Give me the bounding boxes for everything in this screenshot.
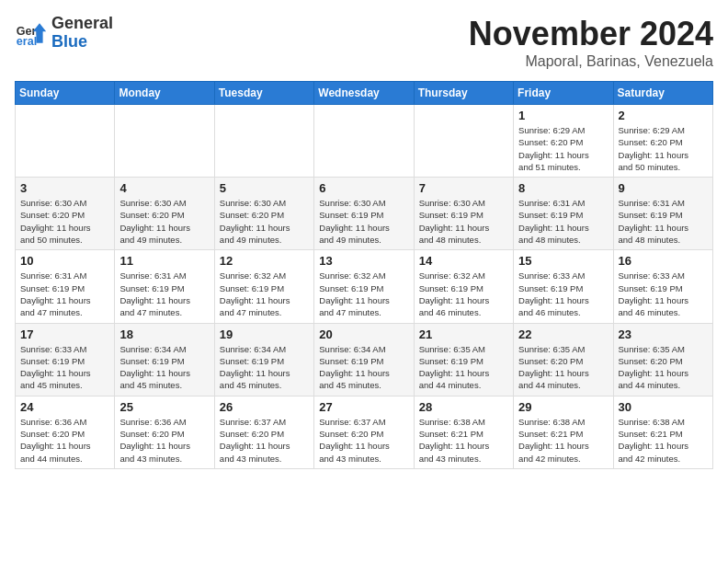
- calendar-week-row: 10Sunrise: 6:31 AM Sunset: 6:19 PM Dayli…: [16, 250, 713, 323]
- day-number: 15: [518, 254, 608, 268]
- day-info: Sunrise: 6:35 AM Sunset: 6:19 PM Dayligh…: [419, 343, 508, 392]
- day-info: Sunrise: 6:37 AM Sunset: 6:20 PM Dayligh…: [220, 416, 309, 465]
- day-info: Sunrise: 6:29 AM Sunset: 6:20 PM Dayligh…: [619, 124, 708, 173]
- day-number: 12: [220, 254, 309, 268]
- calendar-cell: 30Sunrise: 6:38 AM Sunset: 6:21 PM Dayli…: [613, 396, 712, 468]
- calendar-cell: 19Sunrise: 6:34 AM Sunset: 6:19 PM Dayli…: [214, 323, 313, 396]
- calendar-cell: 25Sunrise: 6:36 AM Sunset: 6:20 PM Dayli…: [115, 396, 214, 468]
- day-info: Sunrise: 6:30 AM Sunset: 6:20 PM Dayligh…: [220, 197, 309, 246]
- day-number: 19: [220, 327, 309, 341]
- calendar-week-row: 17Sunrise: 6:33 AM Sunset: 6:19 PM Dayli…: [16, 323, 713, 396]
- day-info: Sunrise: 6:29 AM Sunset: 6:20 PM Dayligh…: [518, 124, 608, 173]
- logo: Gen eral General Blue: [15, 15, 113, 52]
- day-number: 21: [419, 327, 508, 341]
- day-number: 10: [20, 254, 109, 268]
- calendar-cell: 13Sunrise: 6:32 AM Sunset: 6:19 PM Dayli…: [314, 250, 414, 323]
- svg-text:eral: eral: [17, 34, 37, 47]
- day-info: Sunrise: 6:30 AM Sunset: 6:20 PM Dayligh…: [119, 197, 209, 246]
- day-number: 30: [619, 400, 708, 414]
- calendar-cell: 12Sunrise: 6:32 AM Sunset: 6:19 PM Dayli…: [214, 250, 313, 323]
- weekday-header-row: SundayMondayTuesdayWednesdayThursdayFrid…: [16, 82, 713, 105]
- day-info: Sunrise: 6:30 AM Sunset: 6:19 PM Dayligh…: [319, 197, 408, 246]
- day-info: Sunrise: 6:33 AM Sunset: 6:19 PM Dayligh…: [619, 270, 708, 318]
- day-info: Sunrise: 6:31 AM Sunset: 6:19 PM Dayligh…: [518, 197, 608, 246]
- month-title: November 2024: [469, 15, 713, 53]
- logo-general: General: [51, 15, 113, 33]
- day-number: 5: [220, 181, 309, 195]
- day-number: 25: [119, 400, 209, 414]
- weekday-header: Friday: [514, 82, 613, 105]
- title-block: November 2024 Maporal, Barinas, Venezuel…: [469, 15, 713, 70]
- calendar-cell: [115, 105, 214, 178]
- day-info: Sunrise: 6:34 AM Sunset: 6:19 PM Dayligh…: [319, 343, 408, 392]
- calendar-week-row: 1Sunrise: 6:29 AM Sunset: 6:20 PM Daylig…: [16, 105, 713, 178]
- calendar-cell: 24Sunrise: 6:36 AM Sunset: 6:20 PM Dayli…: [16, 396, 115, 468]
- calendar-cell: 29Sunrise: 6:38 AM Sunset: 6:21 PM Dayli…: [514, 396, 613, 468]
- calendar-cell: [214, 105, 313, 178]
- day-number: 11: [119, 254, 209, 268]
- logo-icon: Gen eral: [15, 17, 48, 50]
- calendar-cell: 16Sunrise: 6:33 AM Sunset: 6:19 PM Dayli…: [613, 250, 712, 323]
- calendar-cell: 2Sunrise: 6:29 AM Sunset: 6:20 PM Daylig…: [613, 105, 712, 178]
- calendar-week-row: 24Sunrise: 6:36 AM Sunset: 6:20 PM Dayli…: [16, 396, 713, 468]
- day-number: 28: [419, 400, 508, 414]
- day-info: Sunrise: 6:35 AM Sunset: 6:20 PM Dayligh…: [518, 343, 608, 392]
- day-number: 16: [619, 254, 708, 268]
- day-number: 22: [518, 327, 608, 341]
- logo-text: General Blue: [51, 15, 113, 52]
- calendar-week-row: 3Sunrise: 6:30 AM Sunset: 6:20 PM Daylig…: [16, 178, 713, 250]
- day-info: Sunrise: 6:38 AM Sunset: 6:21 PM Dayligh…: [419, 416, 508, 465]
- day-info: Sunrise: 6:33 AM Sunset: 6:19 PM Dayligh…: [518, 270, 608, 318]
- weekday-header: Wednesday: [314, 82, 414, 105]
- day-number: 6: [319, 181, 408, 195]
- calendar-cell: 17Sunrise: 6:33 AM Sunset: 6:19 PM Dayli…: [16, 323, 115, 396]
- day-info: Sunrise: 6:36 AM Sunset: 6:20 PM Dayligh…: [119, 416, 209, 465]
- calendar-cell: 20Sunrise: 6:34 AM Sunset: 6:19 PM Dayli…: [314, 323, 414, 396]
- day-info: Sunrise: 6:34 AM Sunset: 6:19 PM Dayligh…: [220, 343, 309, 392]
- calendar-cell: 5Sunrise: 6:30 AM Sunset: 6:20 PM Daylig…: [214, 178, 313, 250]
- day-number: 18: [119, 327, 209, 341]
- day-info: Sunrise: 6:32 AM Sunset: 6:19 PM Dayligh…: [220, 270, 309, 318]
- weekday-header: Monday: [115, 82, 214, 105]
- calendar-cell: 11Sunrise: 6:31 AM Sunset: 6:19 PM Dayli…: [115, 250, 214, 323]
- logo-blue: Blue: [51, 33, 113, 52]
- day-info: Sunrise: 6:32 AM Sunset: 6:19 PM Dayligh…: [319, 270, 408, 318]
- day-info: Sunrise: 6:33 AM Sunset: 6:19 PM Dayligh…: [20, 343, 109, 392]
- weekday-header: Saturday: [613, 82, 712, 105]
- calendar-cell: 22Sunrise: 6:35 AM Sunset: 6:20 PM Dayli…: [514, 323, 613, 396]
- day-number: 29: [518, 400, 608, 414]
- calendar-cell: 8Sunrise: 6:31 AM Sunset: 6:19 PM Daylig…: [514, 178, 613, 250]
- calendar-cell: 6Sunrise: 6:30 AM Sunset: 6:19 PM Daylig…: [314, 178, 414, 250]
- calendar-cell: 4Sunrise: 6:30 AM Sunset: 6:20 PM Daylig…: [115, 178, 214, 250]
- day-number: 7: [419, 181, 508, 195]
- day-number: 24: [20, 400, 109, 414]
- calendar-cell: 7Sunrise: 6:30 AM Sunset: 6:19 PM Daylig…: [414, 178, 513, 250]
- day-info: Sunrise: 6:37 AM Sunset: 6:20 PM Dayligh…: [319, 416, 408, 465]
- calendar-cell: [414, 105, 513, 178]
- calendar-cell: 3Sunrise: 6:30 AM Sunset: 6:20 PM Daylig…: [16, 178, 115, 250]
- calendar-cell: [314, 105, 414, 178]
- calendar-cell: 26Sunrise: 6:37 AM Sunset: 6:20 PM Dayli…: [214, 396, 313, 468]
- day-number: 20: [319, 327, 408, 341]
- day-number: 13: [319, 254, 408, 268]
- weekday-header: Sunday: [16, 82, 115, 105]
- calendar-table: SundayMondayTuesdayWednesdayThursdayFrid…: [15, 81, 713, 469]
- day-info: Sunrise: 6:31 AM Sunset: 6:19 PM Dayligh…: [20, 270, 109, 318]
- day-number: 17: [20, 327, 109, 341]
- day-number: 3: [20, 181, 109, 195]
- calendar-cell: 18Sunrise: 6:34 AM Sunset: 6:19 PM Dayli…: [115, 323, 214, 396]
- day-number: 1: [518, 109, 608, 122]
- day-info: Sunrise: 6:36 AM Sunset: 6:20 PM Dayligh…: [20, 416, 109, 465]
- weekday-header: Tuesday: [214, 82, 313, 105]
- day-info: Sunrise: 6:30 AM Sunset: 6:19 PM Dayligh…: [419, 197, 508, 246]
- day-info: Sunrise: 6:35 AM Sunset: 6:20 PM Dayligh…: [619, 343, 708, 392]
- page-header: Gen eral General Blue November 2024 Mapo…: [15, 15, 713, 70]
- calendar-cell: 9Sunrise: 6:31 AM Sunset: 6:19 PM Daylig…: [613, 178, 712, 250]
- day-info: Sunrise: 6:32 AM Sunset: 6:19 PM Dayligh…: [419, 270, 508, 318]
- day-number: 4: [119, 181, 209, 195]
- day-info: Sunrise: 6:31 AM Sunset: 6:19 PM Dayligh…: [119, 270, 209, 318]
- day-number: 14: [419, 254, 508, 268]
- day-number: 2: [619, 109, 708, 122]
- calendar-cell: [16, 105, 115, 178]
- calendar-cell: 1Sunrise: 6:29 AM Sunset: 6:20 PM Daylig…: [514, 105, 613, 178]
